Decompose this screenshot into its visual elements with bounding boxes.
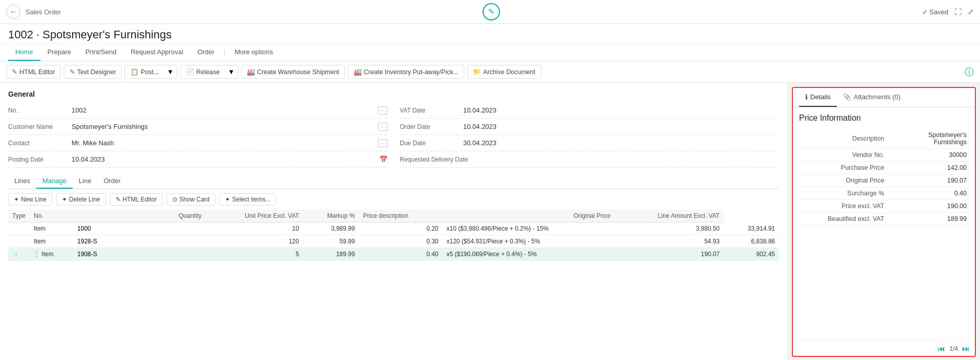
field-contact-ellipsis[interactable]: ··· [378, 139, 388, 147]
field-contact-input[interactable] [70, 138, 376, 148]
html-editor-button[interactable]: ✎ HTML Editor [6, 65, 61, 79]
row-no-input[interactable] [77, 225, 201, 232]
field-due-date-input[interactable] [461, 138, 779, 148]
field-customer-ellipsis[interactable]: ··· [378, 123, 388, 131]
delete-line-button[interactable]: ✦ Delete Line [56, 193, 106, 206]
new-line-label: New Line [21, 196, 47, 203]
main-content: General No. ··· Customer Name ··· [0, 83, 980, 360]
release-button[interactable]: 📄 Release [180, 65, 225, 79]
attachments-label: Attachments (0) [854, 93, 901, 101]
field-no-input[interactable] [70, 105, 376, 115]
row-line-amount: 33,914.91 [724, 222, 779, 235]
row-no[interactable] [73, 222, 206, 235]
row-no[interactable] [73, 248, 206, 261]
col-no: No. [30, 210, 73, 222]
row-no-input[interactable] [77, 251, 201, 258]
select-items-button[interactable]: ✦ Select items... [219, 193, 276, 206]
create-warehouse-label: Create Warehouse Shipment [257, 69, 339, 76]
tab-request-approval[interactable]: Request Approval [124, 44, 191, 61]
price-row-label: Surcharge % [799, 187, 893, 200]
edit-icon-circle[interactable]: ✎ [483, 3, 500, 20]
html-editor-label: HTML Editor [19, 69, 55, 76]
show-card-button[interactable]: ⊙ Show Card [167, 193, 215, 206]
text-designer-button[interactable]: ✎ Text Designer [64, 65, 122, 79]
price-row-value: 142.00 [893, 162, 969, 174]
col-line-amount: Line Amount Excl. VAT [614, 210, 724, 222]
price-row: Price excl. VAT 190.00 [799, 200, 969, 213]
new-line-button[interactable]: ✦ New Line [8, 193, 52, 206]
field-contact: Contact ··· [8, 135, 388, 151]
table-row[interactable]: Item 120 59.99 0.30 x120 ($54.931/Piece … [8, 235, 779, 248]
table-row[interactable]: Item 10 3,989.99 0.20 x10 ($3,980.496/Pi… [8, 222, 779, 235]
field-customer-input[interactable] [70, 122, 376, 131]
col-original-price: Original Price [442, 210, 614, 222]
panel-tab-details[interactable]: ℹ Details [799, 88, 837, 107]
row-arrow-cell: → [8, 248, 30, 261]
back-button[interactable]: ← [6, 5, 20, 19]
text-designer-label: Text Designer [77, 69, 116, 76]
post-button[interactable]: 📋 Post... [125, 65, 164, 79]
show-card-label: Show Card [179, 196, 210, 203]
calendar-icon[interactable]: 📅 [379, 155, 388, 163]
field-contact-label: Contact [8, 140, 70, 147]
details-icon: ℹ [805, 93, 808, 101]
fullscreen-button[interactable]: ⤢ [968, 8, 974, 16]
row-no[interactable] [73, 235, 206, 248]
row-dots-icon[interactable]: ⋮ [34, 251, 40, 258]
field-no: No. ··· [8, 102, 388, 119]
create-warehouse-button[interactable]: 🏭 Create Warehouse Shipment [241, 65, 345, 79]
lines-tab-line[interactable]: Line [73, 174, 98, 189]
tab-print-send[interactable]: Print/Send [78, 44, 124, 61]
field-no-value: ··· [70, 105, 388, 115]
lines-tab-order[interactable]: Order [98, 174, 127, 189]
left-fields: No. ··· Customer Name ··· Contact [8, 102, 388, 168]
price-info-title: Price Information [799, 114, 969, 123]
field-due-date-label: Due Date [400, 140, 461, 147]
info-icon[interactable]: ⓘ [965, 66, 974, 78]
row-line-amount: 6,838.86 [724, 235, 779, 248]
archive-document-button[interactable]: 📁 Archive Document [467, 65, 541, 79]
field-requested-delivery-value [468, 154, 779, 164]
create-inventory-button[interactable]: 🏭 Create Inventory Put-away/Pick... [348, 65, 465, 79]
field-posting-date-input[interactable] [70, 154, 377, 164]
release-label: Release [196, 69, 220, 76]
pencil-icon: ✎ [12, 68, 17, 76]
document-title: 1002 · Spotsmeyer's Furnishings [8, 28, 972, 41]
post-btn-group: 📋 Post... ▼ [125, 65, 177, 79]
tab-order[interactable]: Order [190, 44, 221, 61]
price-row-value: 189.99 [893, 213, 969, 226]
html-editor-line-button[interactable]: ✎ HTML Editor [110, 193, 163, 206]
html-editor-line-icon: ✎ [116, 196, 121, 203]
col-unit-price: Unit Price Excl. VAT [206, 210, 303, 222]
top-bar: ← Sales Order ✎ ✓ Saved ⛶ ⤢ [0, 0, 980, 24]
lines-tab-lines[interactable]: Lines [8, 174, 36, 189]
tab-prepare[interactable]: Prepare [40, 44, 78, 61]
row-markup: 0.20 [359, 222, 442, 235]
price-row: Original Price 190.07 [799, 174, 969, 187]
table-row[interactable]: → ⋮ Item 5 189.99 0.40 x5 ($190.069/Piec… [8, 248, 779, 261]
release-caret-button[interactable]: ▼ [225, 65, 238, 79]
tab-home[interactable]: Home [8, 44, 40, 61]
price-row-label: Description [799, 129, 893, 149]
row-original-price: 190.07 [614, 248, 724, 261]
field-vat-date-value [461, 105, 779, 115]
field-order-date-input[interactable] [461, 122, 779, 131]
tab-more-options[interactable]: More options [227, 44, 280, 61]
panel-tab-attachments[interactable]: 📎 Attachments (0) [837, 88, 907, 107]
last-page-icon[interactable]: ⏭ [962, 344, 970, 353]
price-row-label: Beautified excl. VAT [799, 213, 893, 226]
release-icon: 📄 [186, 68, 194, 76]
row-price-desc: x10 ($3,980.496/Piece + 0.2%) - 15% [442, 222, 614, 235]
maximize-button[interactable]: ⛶ [954, 8, 962, 16]
price-row: Description Spotsmeyer's Furnishings [799, 129, 969, 149]
inventory-icon: 🏭 [354, 68, 362, 76]
lines-tab-manage[interactable]: Manage [36, 174, 73, 189]
first-page-icon[interactable]: ⏮ [938, 344, 945, 353]
field-no-ellipsis[interactable]: ··· [378, 106, 388, 115]
select-items-icon: ✦ [225, 196, 230, 203]
field-vat-date-input[interactable] [461, 105, 779, 115]
field-requested-delivery-input[interactable] [468, 154, 779, 164]
row-no-input[interactable] [77, 238, 201, 245]
field-due-date: Due Date [400, 135, 779, 151]
post-caret-button[interactable]: ▼ [164, 65, 177, 79]
